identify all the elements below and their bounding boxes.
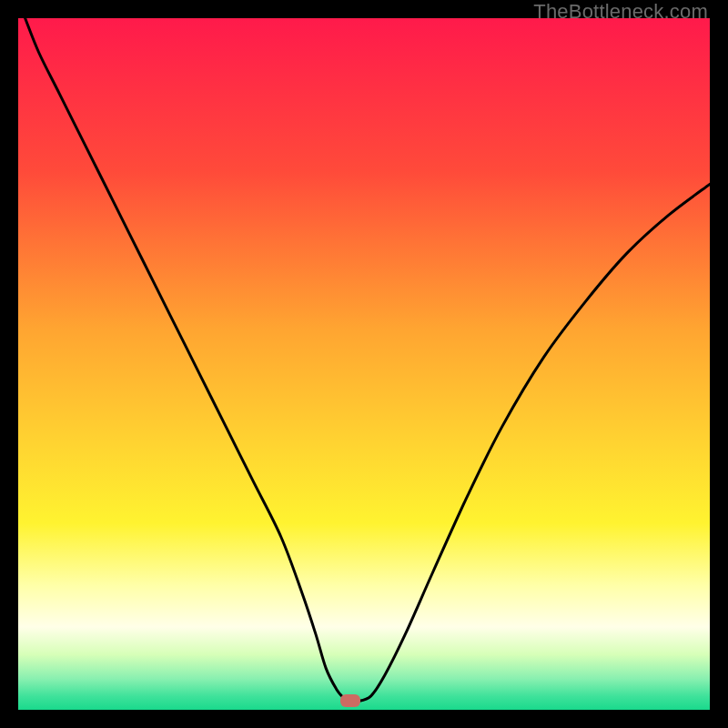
bottleneck-chart xyxy=(18,18,710,710)
optimal-point-marker xyxy=(340,694,360,707)
gradient-background xyxy=(18,18,710,710)
watermark-text: TheBottleneck.com xyxy=(533,0,708,24)
chart-frame xyxy=(18,18,710,710)
